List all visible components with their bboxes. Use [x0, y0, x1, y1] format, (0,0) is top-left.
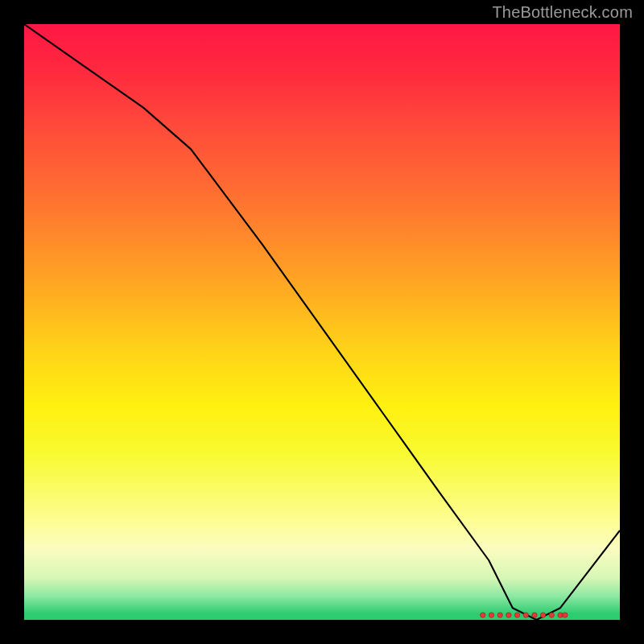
- plot-area: [24, 24, 620, 620]
- marker-dot: [532, 613, 537, 617]
- marker-dot: [514, 613, 519, 617]
- marker-dot: [497, 613, 502, 617]
- marker-dot: [523, 613, 528, 617]
- line-overlay: [24, 24, 620, 620]
- marker-dot: [489, 613, 493, 617]
- chart-frame: TheBottleneck.com: [0, 0, 644, 644]
- marker-dot: [558, 613, 563, 617]
- marker-cluster: [481, 613, 568, 617]
- marker-dot: [481, 613, 485, 617]
- marker-dot: [549, 613, 554, 617]
- marker-dot: [540, 613, 545, 617]
- marker-dot: [563, 613, 568, 617]
- watermark-text: TheBottleneck.com: [492, 3, 633, 22]
- line-trace: [24, 24, 620, 620]
- marker-dot: [506, 613, 511, 617]
